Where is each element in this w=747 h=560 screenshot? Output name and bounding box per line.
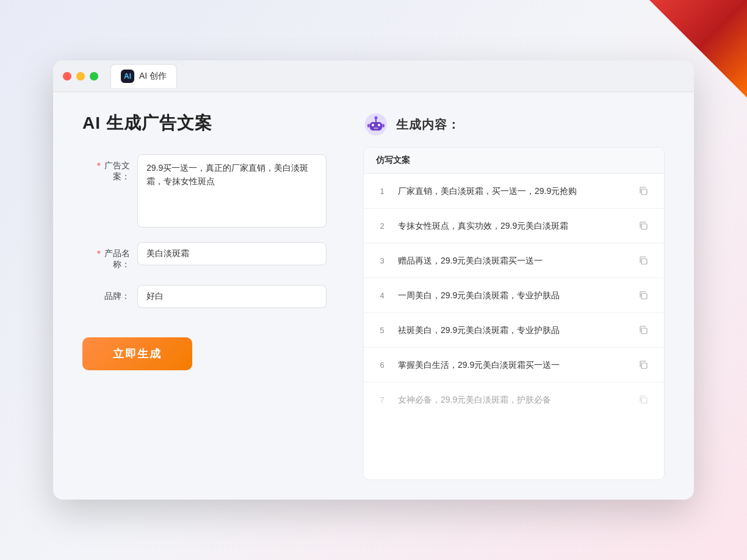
generate-button[interactable]: 立即生成 (82, 337, 192, 370)
tab-label: AI 创作 (139, 71, 167, 82)
ad-copy-label: ＊广告文案： (82, 154, 137, 182)
brand-input[interactable] (137, 285, 327, 308)
table-row: 4一周美白，29.9元美白淡斑霜，专业护肤品 (364, 278, 664, 313)
svg-rect-12 (641, 293, 647, 299)
svg-rect-7 (367, 124, 370, 127)
close-button[interactable] (63, 72, 71, 81)
table-row: 7女神必备，29.9元美白淡斑霜，护肤必备 (364, 382, 664, 417)
brand-group: 品牌： (82, 285, 327, 308)
table-row: 1厂家直销，美白淡斑霜，买一送一，29.9元抢购 (364, 174, 664, 209)
table-rows-container: 1厂家直销，美白淡斑霜，买一送一，29.9元抢购 2专抹女性斑点，真实功效，29… (364, 174, 664, 417)
row-number: 7 (376, 395, 388, 404)
svg-rect-14 (641, 363, 647, 368)
svg-rect-11 (641, 259, 647, 264)
tab-icon: AI (121, 70, 134, 83)
required-star-2: ＊ (95, 248, 103, 258)
traffic-lights (63, 72, 98, 81)
copy-button[interactable] (635, 321, 652, 339)
copy-button[interactable] (635, 287, 652, 304)
result-table: 仿写文案 1厂家直销，美白淡斑霜，买一送一，29.9元抢购 2专抹女性斑点，真实… (363, 147, 665, 480)
row-text: 祛斑美白，29.9元美白淡斑霜，专业护肤品 (398, 324, 625, 337)
row-text: 厂家直销，美白淡斑霜，买一送一，29.9元抢购 (398, 185, 625, 198)
table-row: 2专抹女性斑点，真实功效，29.9元美白淡斑霜 (364, 209, 664, 243)
row-number: 6 (376, 361, 388, 370)
svg-rect-8 (382, 124, 384, 127)
result-header: 生成内容： (363, 112, 665, 137)
row-text: 女神必备，29.9元美白淡斑霜，护肤必备 (398, 393, 625, 406)
row-number: 4 (376, 291, 388, 300)
row-number: 5 (376, 326, 388, 335)
svg-rect-4 (374, 127, 378, 129)
app-window: AI AI 创作 AI 生成广告文案 ＊广告文案： ＊产品名称： (53, 60, 694, 500)
svg-rect-1 (370, 122, 382, 131)
robot-icon (363, 112, 389, 137)
product-name-label: ＊产品名称： (82, 242, 137, 270)
copy-button[interactable] (635, 217, 652, 234)
brand-label: 品牌： (82, 285, 137, 302)
maximize-button[interactable] (90, 72, 98, 81)
row-text: 掌握美白生活，29.9元美白淡斑霜买一送一 (398, 359, 625, 372)
row-number: 2 (376, 221, 388, 231)
product-name-input[interactable] (137, 242, 327, 265)
tab-icon-text: AI (124, 72, 131, 81)
svg-rect-3 (378, 124, 380, 126)
page-title: AI 生成广告文案 (82, 112, 327, 135)
table-row: 3赠品再送，29.9元美白淡斑霜买一送一 (364, 243, 664, 278)
svg-rect-10 (641, 224, 647, 229)
svg-point-6 (375, 117, 378, 120)
row-number: 1 (376, 187, 388, 196)
result-title: 生成内容： (396, 117, 460, 133)
tab[interactable]: AI AI 创作 (110, 64, 177, 88)
table-row: 5祛斑美白，29.9元美白淡斑霜，专业护肤品 (364, 313, 664, 348)
product-name-group: ＊产品名称： (82, 242, 327, 270)
title-bar: AI AI 创作 (53, 60, 694, 92)
right-panel: 生成内容： 仿写文案 1厂家直销，美白淡斑霜，买一送一，29.9元抢购 2专抹女… (363, 112, 665, 480)
copy-button[interactable] (635, 182, 652, 199)
table-header: 仿写文案 (364, 148, 664, 174)
ad-copy-input[interactable] (137, 154, 327, 228)
row-text: 赠品再送，29.9元美白淡斑霜买一送一 (398, 254, 625, 267)
minimize-button[interactable] (76, 72, 85, 81)
svg-rect-13 (641, 328, 647, 334)
row-text: 一周美白，29.9元美白淡斑霜，专业护肤品 (398, 289, 625, 302)
left-panel: AI 生成广告文案 ＊广告文案： ＊产品名称： 品牌： 立即生成 (82, 112, 327, 480)
required-star: ＊ (95, 160, 103, 170)
main-content: AI 生成广告文案 ＊广告文案： ＊产品名称： 品牌： 立即生成 (53, 92, 694, 500)
table-row: 6掌握美白生活，29.9元美白淡斑霜买一送一 (364, 348, 664, 382)
row-text: 专抹女性斑点，真实功效，29.9元美白淡斑霜 (398, 220, 625, 232)
copy-button[interactable] (635, 391, 652, 408)
svg-rect-9 (641, 189, 647, 195)
copy-button[interactable] (635, 356, 652, 373)
svg-rect-15 (641, 398, 647, 403)
ad-copy-group: ＊广告文案： (82, 154, 327, 228)
svg-rect-2 (372, 124, 374, 126)
copy-button[interactable] (635, 252, 652, 269)
row-number: 3 (376, 256, 388, 265)
